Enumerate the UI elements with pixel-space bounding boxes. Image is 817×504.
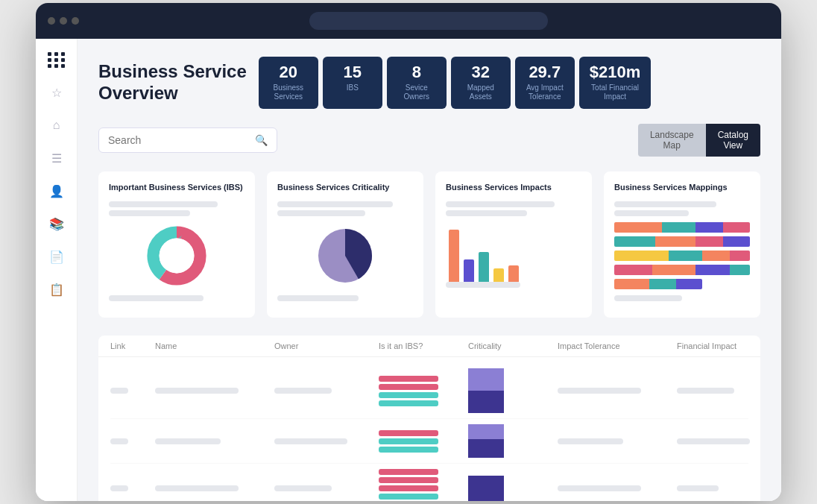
stat-number: $210m <box>590 64 641 81</box>
stack-row-3 <box>614 251 750 261</box>
table-header: Link Name Owner Is it an IBS? Criticalit… <box>98 336 760 357</box>
toolbar: 🔍 LandscapeMap CatalogView <box>98 124 760 157</box>
landscape-map-button[interactable]: LandscapeMap <box>638 124 706 157</box>
url-bar[interactable] <box>309 12 548 30</box>
search-box[interactable]: 🔍 <box>98 127 277 153</box>
stat-service-owners: 8 SeviceOwners <box>387 57 447 109</box>
criticality-bars <box>379 469 468 501</box>
stat-financial-impact: $210m Total FinancialImpact <box>579 57 652 109</box>
stack-row-2 <box>614 236 750 247</box>
criticality-bars <box>379 430 468 453</box>
bar-yellow-1 <box>493 268 504 282</box>
criticality-bars <box>379 376 468 406</box>
crit-bar-4 <box>379 400 438 406</box>
chart-criticality: Business Services Criticality <box>267 171 423 318</box>
cell-impact-tolerance <box>558 438 623 444</box>
impact-seg-2 <box>468 439 504 458</box>
crit-bar-2 <box>379 384 438 390</box>
col-ibs: Is it an IBS? <box>379 341 468 350</box>
dot-3 <box>72 17 79 25</box>
browser-dots <box>48 17 79 25</box>
dot-1 <box>48 17 55 25</box>
bar-group-5 <box>508 265 519 282</box>
table-row <box>110 363 748 419</box>
col-owner: Owner <box>274 341 379 350</box>
crit-bar-3 <box>379 392 438 398</box>
ghost-bars-impacts <box>446 201 581 216</box>
bar-group-3 <box>479 252 489 282</box>
charts-section: Important Business Services (IBS) <box>98 171 760 318</box>
bar-orange-2 <box>508 265 519 282</box>
bar-teal-1 <box>479 252 489 282</box>
criticality-pie-chart <box>312 222 379 289</box>
impact-block <box>468 368 558 413</box>
search-icon: 🔍 <box>255 134 268 146</box>
stat-label: SeviceOwners <box>397 84 436 101</box>
table-body <box>98 357 760 501</box>
impact-seg-1 <box>468 476 504 501</box>
cell-name <box>155 438 221 444</box>
stack-row-1 <box>614 222 750 233</box>
donut-container <box>109 222 245 289</box>
search-input[interactable] <box>108 134 249 146</box>
crit-bar-2 <box>379 477 438 483</box>
cell-link <box>110 485 128 491</box>
impact-seg-1 <box>468 368 504 391</box>
crit-bar-1 <box>379 376 438 382</box>
impact-block <box>468 424 558 458</box>
sidebar-icon-home[interactable]: ⌂ <box>48 116 66 134</box>
chart-mappings: Business Services Mappings <box>604 171 760 318</box>
cell-owner <box>274 438 347 444</box>
stat-label: MappedAssets <box>461 84 500 101</box>
stat-label: Total FinancialImpact <box>590 84 641 101</box>
ghost-bars-criticality-bottom <box>277 295 413 301</box>
page-header: Business Service Overview 20 BusinessSer… <box>98 57 760 109</box>
stack-row-4 <box>614 265 750 275</box>
cell-name <box>155 485 239 491</box>
table-row <box>110 464 748 501</box>
table-row <box>110 419 748 464</box>
stat-number: 8 <box>397 64 436 81</box>
bar-group-1 <box>449 230 459 282</box>
page-title: Business Service Overview <box>98 61 247 104</box>
ghost-bars-impacts-bottom <box>446 282 581 288</box>
ghost-bars-mappings-bottom <box>614 289 750 301</box>
sidebar-icon-data[interactable]: 📋 <box>48 280 66 298</box>
chart-ibs: Important Business Services (IBS) <box>98 171 255 318</box>
sidebar-icon-users[interactable]: 👤 <box>48 182 66 200</box>
bar-group-4 <box>493 268 504 282</box>
stat-number: 20 <box>269 64 308 81</box>
sidebar-icon-star[interactable]: ☆ <box>48 84 66 101</box>
crit-bar-1 <box>379 430 438 436</box>
cell-owner <box>274 485 332 491</box>
browser-bar <box>36 3 781 39</box>
impact-block <box>468 476 558 501</box>
col-link: Link <box>110 341 155 350</box>
crit-bar-4 <box>379 494 438 500</box>
ghost-bars-criticality <box>277 201 413 216</box>
chart-impacts: Business Services Impacts <box>435 171 592 318</box>
stat-number: 15 <box>333 64 372 81</box>
sidebar-icon-list[interactable]: ☰ <box>48 149 66 167</box>
stat-impact-tolerance: 29.7 Avg ImpactTolerance <box>515 57 575 109</box>
ibs-donut-chart <box>143 222 210 289</box>
sidebar-icon-doc[interactable]: 📄 <box>48 248 66 265</box>
cell-owner <box>274 388 332 394</box>
sidebar-icon-book[interactable]: 📚 <box>48 215 66 233</box>
stacked-chart <box>614 222 750 289</box>
impacts-chart-title: Business Services Impacts <box>446 182 581 192</box>
ghost-bars-ibs <box>109 201 245 216</box>
cell-impact-tolerance <box>558 388 641 394</box>
sidebar: ☆ ⌂ ☰ 👤 📚 📄 📋 <box>36 39 78 501</box>
crit-bar-3 <box>379 485 438 491</box>
stats-row: 20 BusinessServices 15 IBS 8 SeviceOwner… <box>259 57 760 109</box>
sidebar-icon-grid[interactable] <box>48 51 66 69</box>
dot-2 <box>60 17 67 25</box>
crit-bar-3 <box>379 447 438 453</box>
crit-bar-2 <box>379 438 438 444</box>
catalog-view-button[interactable]: CatalogView <box>706 124 760 157</box>
bar-orange-1 <box>449 230 459 282</box>
crit-bar-1 <box>379 469 438 475</box>
table-section: Link Name Owner Is it an IBS? Criticalit… <box>98 336 760 501</box>
stat-number: 32 <box>461 64 500 81</box>
